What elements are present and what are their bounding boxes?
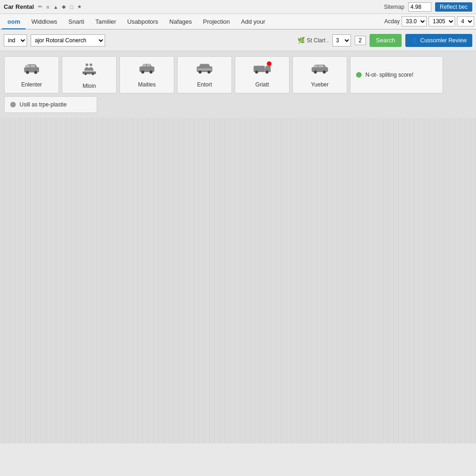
nav-right-controls: Acday 33.0 1305 4 (384, 16, 474, 26)
acday-select[interactable]: 33.0 (402, 16, 427, 26)
car-icon-enlenter (22, 61, 41, 79)
title-bar-left: Car Rental ✏ ≡ ▲ ◆ □ ★ (4, 3, 384, 10)
list-icon[interactable]: ≡ (45, 4, 51, 10)
vehicle-label-enlenter: Enlenter (21, 81, 42, 88)
vehicle-card-mloin[interactable]: Mloin (62, 56, 117, 93)
vehicle-label-maities: Maities (138, 81, 156, 88)
title-icons: ✏ ≡ ▲ ◆ □ ★ (37, 4, 83, 10)
nav-item-projection[interactable]: Projection (198, 14, 236, 29)
badge-dot (267, 61, 271, 66)
vehicle-label-griatt: Griatt (255, 81, 269, 88)
vehicle-label-entort: Entort (197, 81, 212, 88)
stclart-icon: 🌿 (298, 37, 305, 44)
nav-item-widdlows[interactable]: Widdlows (26, 14, 63, 29)
nav-bar: oom Widdlows Snarti Tamilier Usabpotors … (0, 14, 476, 30)
vehicle-card-griatt[interactable]: Griatt (235, 56, 290, 93)
option-card-plastie[interactable]: Usill as trpe-plastie (4, 96, 97, 113)
svg-rect-3 (25, 65, 30, 67)
third-select[interactable]: 4 (457, 16, 474, 26)
vehicle-grid: Enlenter Mloin (0, 51, 476, 118)
num-select[interactable]: 3 1 2 4 5 (332, 34, 351, 46)
option-dot-gray (10, 102, 16, 107)
svg-point-25 (323, 71, 325, 73)
box-icon[interactable]: □ (68, 4, 75, 10)
vehicle-card-enlenter[interactable]: Enlenter (4, 56, 59, 93)
filter-bar: ind ajor Rotoral Conerch 🌿 St Clart . 3 … (0, 30, 476, 51)
num-badge: 2 (355, 36, 366, 45)
svg-point-24 (314, 71, 317, 73)
second-select[interactable]: 1305 (429, 16, 455, 26)
svg-point-22 (265, 71, 268, 73)
option-dot-green (356, 72, 362, 78)
svg-point-5 (86, 63, 88, 66)
title-bar-right: Sitemap Reflect bec (384, 2, 472, 12)
main-content (0, 118, 476, 443)
option-card-spliting[interactable]: N-ot- spliting score! (350, 56, 443, 93)
svg-rect-18 (198, 68, 212, 71)
nav-item-oom[interactable]: oom (2, 14, 26, 29)
svg-rect-14 (147, 64, 150, 66)
vehicle-label-mloin: Mloin (83, 83, 96, 89)
nav-item-snarti[interactable]: Snarti (63, 14, 90, 29)
nav-item-add-your[interactable]: Add your (236, 14, 271, 29)
svg-point-6 (90, 63, 93, 66)
option-label-spliting: N-ot- spliting score! (365, 72, 413, 78)
vehicle-card-yueber[interactable]: Yueber (292, 56, 347, 93)
svg-point-17 (207, 71, 210, 73)
nav-item-tamilier[interactable]: Tamilier (90, 14, 122, 29)
find-select[interactable]: ind (4, 34, 27, 46)
sitemap-input[interactable] (408, 2, 431, 12)
svg-point-9 (92, 73, 94, 75)
car-front-icon-entort (195, 61, 214, 79)
svg-rect-13 (143, 64, 146, 66)
customer-review-button[interactable]: 👤 Cussomler Review (405, 34, 472, 47)
option-label-plastie: Usill as trpe-plastie (20, 101, 66, 108)
vehicle-card-maities[interactable]: Maities (119, 56, 174, 93)
svg-point-16 (198, 71, 201, 73)
stclart-label: 🌿 St Clart . (298, 37, 329, 44)
people-car-icon-mloin (81, 61, 98, 80)
car-side-icon-yueber (311, 61, 329, 79)
arrow-icon[interactable]: ▲ (53, 4, 59, 10)
svg-rect-27 (318, 65, 324, 67)
svg-point-21 (255, 71, 258, 73)
vehicle-label-yueber: Yueber (311, 81, 329, 88)
svg-rect-19 (254, 66, 265, 72)
svg-rect-4 (31, 65, 35, 67)
edit-icon[interactable]: ✏ (37, 4, 43, 10)
rotor-select[interactable]: ajor Rotoral Conerch (31, 34, 105, 46)
diamond-icon[interactable]: ◆ (60, 4, 67, 10)
acday-label: Acday (384, 18, 400, 25)
svg-point-8 (85, 73, 86, 75)
reflect-button[interactable]: Reflect bec (435, 2, 472, 12)
truck-icon-griatt (253, 61, 271, 79)
svg-point-2 (34, 71, 37, 74)
customer-review-icon: 👤 (411, 37, 418, 44)
svg-rect-26 (314, 65, 317, 67)
nav-item-nafages[interactable]: Nafages (164, 14, 197, 29)
vehicle-card-entort[interactable]: Entort (177, 56, 232, 93)
svg-rect-7 (83, 72, 96, 74)
svg-point-12 (150, 71, 152, 73)
sitemap-label: Sitemap (384, 4, 404, 10)
nav-item-usabpotors[interactable]: Usabpotors (122, 14, 164, 29)
title-bar: Car Rental ✏ ≡ ▲ ◆ □ ★ Sitemap Reflect b… (0, 0, 476, 14)
svg-point-1 (26, 71, 29, 74)
car-top-icon-maities (138, 61, 156, 79)
search-button[interactable]: Search (370, 34, 402, 47)
star-icon[interactable]: ★ (76, 4, 83, 10)
app-title: Car Rental (4, 3, 34, 10)
svg-point-11 (141, 71, 144, 73)
